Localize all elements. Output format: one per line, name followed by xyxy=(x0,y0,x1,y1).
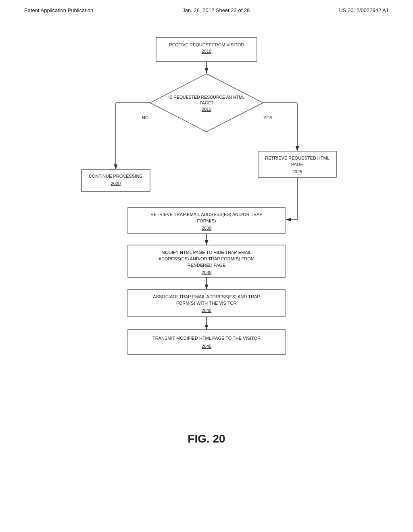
svg-text:FORM(S): FORM(S) xyxy=(197,218,216,223)
svg-text:RETRIEVE TRAP EMAIL ADDRESS(ES: RETRIEVE TRAP EMAIL ADDRESS(ES) AND/OR T… xyxy=(150,212,263,217)
svg-text:CONTINUE PROCESSING: CONTINUE PROCESSING xyxy=(89,174,143,179)
svg-text:TRANSMIT MODIFIED HTML PAGE TO: TRANSMIT MODIFIED HTML PAGE TO THE VISIT… xyxy=(152,336,261,341)
svg-text:2015: 2015 xyxy=(202,107,211,112)
svg-text:2040: 2040 xyxy=(202,308,211,313)
diagram-area: RECEIVE REQUEST FROM VISITOR 2010 IS REQ… xyxy=(0,17,413,428)
svg-text:YES: YES xyxy=(263,115,272,120)
svg-text:2030: 2030 xyxy=(202,226,211,231)
svg-text:IS REQUESTED RESOURCE AN HTML: IS REQUESTED RESOURCE AN HTML xyxy=(168,95,244,100)
svg-text:NO: NO xyxy=(142,115,149,120)
svg-text:2025: 2025 xyxy=(292,169,302,174)
svg-text:MODIFY HTML PAGE TO HIDE TRAP : MODIFY HTML PAGE TO HIDE TRAP EMAIL xyxy=(161,250,251,255)
svg-text:RETRIEVE REQUESTED HTML: RETRIEVE REQUESTED HTML xyxy=(265,156,330,160)
svg-text:2010: 2010 xyxy=(202,49,211,54)
svg-text:ASSOCIATE TRAP EMAIL ADDRESS(E: ASSOCIATE TRAP EMAIL ADDRESS(ES) AND TRA… xyxy=(153,294,260,299)
svg-text:PAGE: PAGE xyxy=(291,162,303,167)
header-left: Patent Application Publication xyxy=(24,7,93,13)
node-2045 xyxy=(128,330,285,355)
svg-text:RECEIVE REQUEST FROM VISITOR: RECEIVE REQUEST FROM VISITOR xyxy=(169,42,244,47)
page-header: Patent Application Publication Jan. 26, … xyxy=(0,0,413,17)
svg-text:FORM(S) WITH THE VISITOR: FORM(S) WITH THE VISITOR xyxy=(176,301,237,305)
header-right: US 2012/0022942 A1 xyxy=(339,7,389,13)
node-2020 xyxy=(81,169,150,191)
fig-label: FIG. 20 xyxy=(0,432,413,445)
svg-text:RENDERED PAGE: RENDERED PAGE xyxy=(188,263,226,268)
svg-text:2045: 2045 xyxy=(202,344,211,349)
flowchart-svg: RECEIVE REQUEST FROM VISITOR 2010 IS REQ… xyxy=(65,25,348,420)
svg-text:PAGE?: PAGE? xyxy=(200,100,213,105)
svg-text:2020: 2020 xyxy=(111,181,121,186)
header-center: Jan. 26, 2012 Sheet 22 of 28 xyxy=(182,7,250,13)
svg-text:2035: 2035 xyxy=(202,270,211,275)
svg-text:ADDRESS(ES) AND/OR TRAP FORM(S: ADDRESS(ES) AND/OR TRAP FORM(S) FROM xyxy=(159,256,254,261)
